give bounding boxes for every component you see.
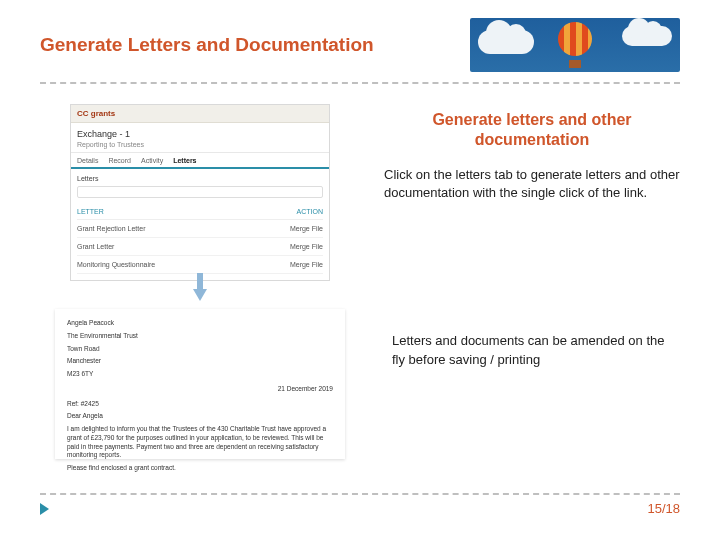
page-title: Generate Letters and Documentation [40,34,374,56]
app-heading: Exchange - 1 [77,129,323,139]
row-action[interactable]: Merge File [290,261,323,268]
letter-close: Please find enclosed a grant contract. [67,464,333,473]
section-heading: Generate letters and other documentation [384,110,680,150]
letter-addr: M23 6TY [67,370,333,379]
section-para: Click on the letters tab to generate let… [384,166,680,202]
play-icon[interactable] [40,503,49,515]
app-subheading: Reporting to Trustees [77,141,323,148]
letter-addr: Angela Peacock [67,319,333,328]
tab-bar: Details Record Activity Letters [71,153,329,169]
template-select[interactable] [77,186,323,198]
letter-ref: Ref: #2425 [67,400,333,409]
letters-label: Letters [77,175,323,182]
app-brand: CC grants [77,109,115,118]
row-name: Monitoring Questionnaire [77,261,155,268]
divider [40,82,680,84]
table-row: Monitoring Questionnaire Merge File [77,256,323,274]
arrow-down-icon [193,289,207,301]
row-action[interactable]: Merge File [290,225,323,232]
row-name: Grant Letter [77,243,114,250]
table-header: LETTER ACTION [77,204,323,220]
letter-body: I am delighted to inform you that the Tr… [67,425,333,460]
row-name: Grant Rejection Letter [77,225,145,232]
tab-record[interactable]: Record [108,157,131,167]
app-screenshot: CC grants Exchange - 1 Reporting to Trus… [70,104,330,281]
balloon-icon [558,22,592,68]
page-number: 15/18 [647,501,680,516]
hero-image [470,18,680,72]
section-para: Letters and documents can be amended on … [384,332,680,368]
letter-date: 21 December 2019 [67,385,333,394]
table-row: Grant Letter Merge File [77,238,323,256]
tab-activity[interactable]: Activity [141,157,163,167]
tab-details[interactable]: Details [77,157,98,167]
cloud-icon [622,26,672,46]
table-row: Grant Rejection Letter Merge File [77,220,323,238]
letter-preview: Angela Peacock The Environmental Trust T… [55,309,345,459]
tab-letters[interactable]: Letters [173,157,196,169]
col-action: ACTION [297,208,323,215]
row-action[interactable]: Merge File [290,243,323,250]
letter-addr: Town Road [67,345,333,354]
col-letter: LETTER [77,208,104,215]
letter-addr: Manchester [67,357,333,366]
cloud-icon [478,30,534,54]
letter-addr: The Environmental Trust [67,332,333,341]
letter-greeting: Dear Angela [67,412,333,421]
divider [40,493,680,495]
